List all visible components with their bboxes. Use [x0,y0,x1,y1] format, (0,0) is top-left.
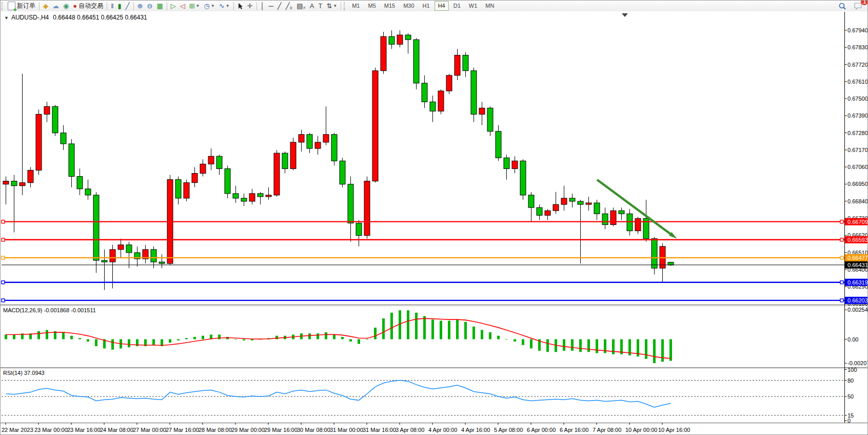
new-template-icon[interactable]: ⊞▼ [187,1,202,11]
zoom-in-icon[interactable]: ⊕ [135,1,145,11]
candle [52,105,58,136]
new-order-icon[interactable]: 新订单 [6,1,37,11]
timeframe-button-h4[interactable]: H4 [435,1,449,11]
time-tick-label: 6 Apr 16:00 [560,427,588,433]
hline-handle-right[interactable] [840,256,843,259]
candle-body [512,161,518,168]
candle-body [602,214,608,224]
candle-body [569,198,575,201]
main-toolbar: 新订单◆☁◉●自动交易‖▮╱⊕⊖▦▷◁⊞▼◷▼∿▼✛│─╱╱E▤FAT⇅▼M1M… [1,1,868,12]
time-tick-label: 3 Apr 08:00 [396,427,424,433]
candle-body [307,135,312,148]
crosshair-icon: ✛ [247,1,253,11]
timeframe-button-mn[interactable]: MN [482,1,498,11]
scroll-to-end-icon[interactable]: ▷ [169,1,178,11]
time-tick-label: 10 Apr 00:00 [625,427,657,433]
candle-body [348,184,353,223]
crosshair-icon[interactable]: ✛ [245,1,255,11]
candle-body [356,223,362,235]
hline-handle-left[interactable] [2,299,5,302]
toolbar-grip[interactable] [2,2,5,10]
hline-handle-right[interactable] [840,220,843,223]
macd-histogram-bar [234,339,237,340]
macd-histogram-bar [514,339,516,342]
timeframe-button-m1[interactable]: M1 [348,1,363,11]
hline-handle-left[interactable] [2,256,5,259]
periods-icon[interactable]: ◷▼ [202,1,217,11]
zoom-out-icon[interactable]: ⊖ [145,1,154,11]
candle-body [102,260,107,262]
timeframe-button-d1[interactable]: D1 [450,1,464,11]
chart-collapse-icon[interactable]: ▼ [4,15,9,21]
macd-histogram-bar [46,330,48,339]
data-window-icon[interactable]: ☁ [50,1,61,11]
macd-histogram-bar [358,339,360,344]
time-tick-label: 7 Apr 08:00 [593,427,621,433]
line-chart-icon[interactable]: ╱ [124,1,132,11]
candle-body [561,198,567,204]
market-watch-icon[interactable]: ◆ [41,1,50,11]
hline-handle-right[interactable] [840,238,843,241]
macd-main-value: -0.001868 [44,307,69,313]
macd-histogram-bar [481,330,483,339]
fibonacci-icon[interactable]: ▤F [294,1,308,11]
indicators-icon: ∿ [219,1,225,11]
timeframe-button-w1[interactable]: W1 [465,1,481,11]
candle-body [290,142,296,168]
trendline-icon[interactable]: ╱ [275,1,284,11]
timeframe-button-h1[interactable]: H1 [419,1,433,11]
search-button[interactable] [836,1,849,11]
hline-handle-left[interactable] [2,238,5,241]
vertical-line-icon[interactable]: │ [259,1,267,11]
chart-shift-icon[interactable]: ◁ [178,1,187,11]
candle [274,150,280,197]
macd-histogram-bar [251,339,253,341]
hline-handle-left[interactable] [2,281,5,284]
horizontal-line-icon[interactable]: ─ [267,1,275,11]
text-icon[interactable]: A [308,1,317,11]
candle-body [61,133,66,144]
signals-icon[interactable]: ◉ [61,1,71,11]
candle-body [520,161,526,195]
hline-handle-right[interactable] [840,299,843,302]
candlestick-chart-icon[interactable]: ▮ [116,1,124,11]
text-label-icon[interactable]: T [316,1,324,11]
equidistant-channel-icon[interactable]: ╱E [284,1,295,11]
price-tag-0.66593: 0.66593 [845,236,868,243]
time-tick-label: 24 Mar 08:00 [100,427,133,433]
notification-badge: 1 [861,0,868,5]
macd-histogram-bar [612,339,615,354]
mt4-terminal-window: { "toolbar": { "new_order_label": "新订单",… [0,0,868,435]
timeframe-button-m15[interactable]: M15 [381,1,399,11]
price-tick-label: 0.67170 [847,147,868,153]
cursor-icon[interactable] [235,1,245,11]
candle-body [619,211,624,214]
indicators-icon[interactable]: ∿▼ [217,1,232,11]
macd-histogram-bar [464,322,467,339]
tile-windows-icon[interactable]: ▦ [154,1,165,11]
candle-body [200,164,206,173]
notifications-button[interactable]: 1 [852,1,864,11]
candle-body [159,262,165,263]
hline-handle-left[interactable] [2,220,5,223]
macd-histogram-bar [382,318,385,339]
toolbar-grip[interactable] [344,2,347,10]
macd-histogram-bar [202,336,204,339]
auto-trading-icon: ● [73,1,77,11]
time-tick-label: 31 Mar 00:00 [330,427,363,433]
candle-body [471,71,477,115]
chart-canvas[interactable]: 0.679400.678300.677200.676100.675000.673… [1,11,868,435]
timeframe-button-m30[interactable]: M30 [400,1,418,11]
arrows-icon[interactable]: ⇅▼ [324,1,339,11]
hline-handle-right[interactable] [840,281,843,284]
candle [225,165,230,198]
chevron-down-icon: ▼ [211,4,215,8]
macd-histogram-bar [530,339,532,349]
auto-trading-icon[interactable]: ●自动交易 [71,1,105,11]
candle-body [110,250,115,262]
timeframe-button-m5[interactable]: M5 [364,1,379,11]
candle [290,138,296,171]
candle-body [192,174,198,183]
bar-chart-icon[interactable]: ‖ [109,1,115,11]
macd-signal-value: -0.001511 [71,307,96,313]
